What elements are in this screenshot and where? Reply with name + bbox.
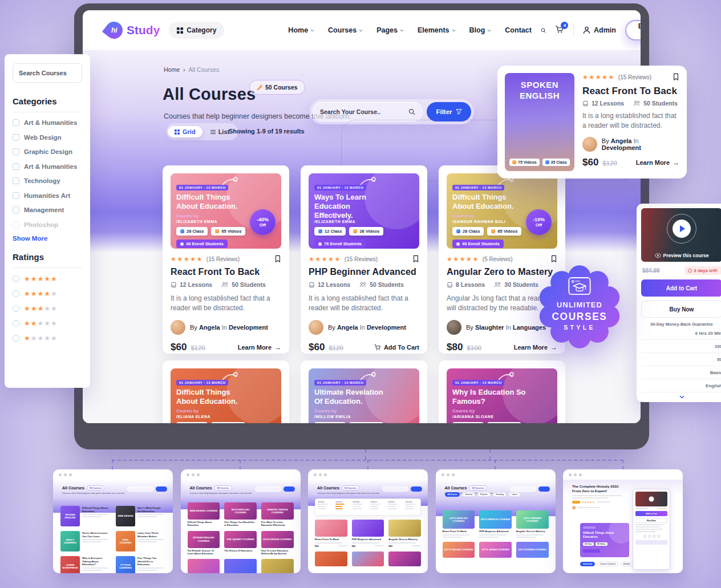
show-more-link[interactable]: Show More <box>13 235 47 242</box>
course-poster[interactable]: 01 JANUARY - 13 MARCH Why Is Education S… <box>447 368 557 423</box>
course-poster[interactable]: 01 JANUARY - 13 MARCH Difficult Things A… <box>171 173 281 249</box>
mini-course-row[interactable]: PYTHON LEARNING Five Things You Should D… <box>116 556 165 573</box>
page-thumbnail-2[interactable]: All Courses 50 Courses Courses that help… <box>181 469 301 573</box>
sidebar-search-input[interactable]: Search Courses <box>13 63 82 83</box>
mini-video[interactable] <box>635 492 667 506</box>
rating-filter-1[interactable]: ★★★★★ <box>13 334 82 342</box>
add-to-cart-link[interactable]: Add To Cart <box>374 344 419 351</box>
category-checkbox[interactable]: Photoshop <box>13 221 82 228</box>
category-checkbox[interactable]: Humanities Art <box>13 192 82 199</box>
mini-course-cell[interactable]: Angular Zero to Mastery $80 <box>388 520 421 548</box>
grid-view-button[interactable]: Grid <box>168 126 202 137</box>
mini-search-input[interactable] <box>127 486 153 492</box>
course-card-1[interactable]: 01 JANUARY - 13 MARCH Difficult Things A… <box>163 165 289 354</box>
learn-more-link[interactable]: Learn More→ <box>636 159 679 167</box>
mini-course-cell[interactable] <box>188 559 220 573</box>
course-poster[interactable]: 01 JANUARY - 13 MARCH Difficult Things A… <box>447 173 557 249</box>
mini-course-row[interactable]: SPOKEN ENGLISH Difficult Things About Ed… <box>60 506 110 526</box>
mini-buy-now[interactable]: Buy Now <box>635 518 667 523</box>
course-card-2[interactable]: 01 JANUARY - 13 MARCH Ways To Learn Educ… <box>301 165 427 354</box>
mini-course-cell[interactable]: React Front To Back $60 <box>315 520 347 548</box>
bookmark-icon[interactable] <box>673 73 679 81</box>
admin-menu[interactable]: Admin <box>583 26 616 34</box>
mini-course-cell[interactable]: LET'S ENGLISH COURSES React Front To Bac… <box>443 510 475 538</box>
course-poster[interactable]: 01 JANUARY - 13 MARCH Difficult Things A… <box>171 368 281 423</box>
mini-course-cell[interactable] <box>261 559 294 573</box>
rating-filter-5[interactable]: ★★★★★ <box>13 275 82 283</box>
mini-filter-pill[interactable]: All Course <box>445 492 460 497</box>
course-video-preview[interactable]: Preview this course <box>641 208 721 262</box>
mini-course-cell[interactable]: SPOKEN ENGLISH COURSES Ten Reliable Sour… <box>188 531 220 555</box>
mini-add-to-cart[interactable]: Add to Cart <box>635 511 667 516</box>
mini-course-row[interactable]: HTML COURSES Learn from These Mistakes B… <box>116 531 165 551</box>
page-thumbnail-3[interactable]: All Courses 50 Courses Courses that help… <box>308 469 428 573</box>
mini-search-input[interactable] <box>382 486 408 492</box>
category-button[interactable]: Category <box>169 22 224 39</box>
mini-course-row[interactable]: LEARN WORDPRESS Why Is Everyone Talking … <box>60 556 110 573</box>
search-icon[interactable] <box>541 26 546 35</box>
mini-course-row[interactable]: WEB DESIGN Here's What People Are Educat… <box>116 506 165 526</box>
category-checkbox[interactable]: Graphic Design <box>13 148 82 155</box>
mini-course-cell[interactable]: IELTS ENGLISH COURSES Five Things You Sh… <box>224 502 257 527</box>
mini-course-cell[interactable]: GRAPHIC DESIGN COURSES Five Ways To Lear… <box>261 502 294 527</box>
mini-filter-button[interactable] <box>411 486 422 492</box>
page-thumbnail-5[interactable]: The Complete Histudy 2022: From Zero to … <box>563 469 683 573</box>
mini-banner[interactable]: Difficult Things About Education. 26 Cla… <box>580 523 629 557</box>
play-button[interactable] <box>673 220 691 238</box>
mini-filter-pill[interactable]: Latest <box>509 492 520 497</box>
course-card-5[interactable]: 01 JANUARY - 13 MARCH Ultimate Revelatio… <box>301 360 427 423</box>
nav-elements[interactable]: Elements <box>418 26 456 34</box>
breadcrumb-home[interactable]: Home <box>164 66 180 73</box>
buy-now-button[interactable]: Buy Now <box>641 301 721 318</box>
mini-filter-button[interactable] <box>156 486 167 492</box>
category-checkbox[interactable]: Management <box>13 206 82 213</box>
mini-course-cell[interactable]: PHP Beginner Advanced $60 <box>352 520 384 548</box>
mini-course-cell[interactable] <box>224 559 257 573</box>
rating-filter-3[interactable]: ★★★★★ <box>13 305 82 313</box>
mini-search-input[interactable] <box>255 486 281 492</box>
bookmark-icon[interactable] <box>412 255 419 263</box>
mini-course-cell[interactable]: VUE JQUERY COURSES The History Of Educat… <box>224 531 257 555</box>
mini-course-cell[interactable]: WEB DESIGN COURSES Difficult Things Abou… <box>188 502 220 527</box>
mini-filter-pill[interactable]: General <box>462 492 475 497</box>
mini-filter-button[interactable] <box>538 486 550 492</box>
category-checkbox[interactable]: Art & Humanities <box>13 163 82 170</box>
mini-filter-button[interactable] <box>283 486 295 492</box>
page-thumbnail-4[interactable]: All Courses 50 Courses Courses that help… <box>436 469 556 573</box>
course-title[interactable]: React Front To Back <box>171 267 281 277</box>
mini-tab[interactable]: Overview <box>580 562 595 566</box>
category-checkbox[interactable]: Art & Humanities <box>13 119 82 126</box>
search-input[interactable]: Search Your Course.. <box>313 102 423 121</box>
nav-blog[interactable]: Blog <box>469 26 492 34</box>
course-title[interactable]: React Front To Back <box>582 86 679 97</box>
nav-home[interactable]: Home <box>288 26 314 34</box>
course-poster[interactable]: 01 JANUARY - 13 MARCH Ultimate Revelatio… <box>309 368 419 423</box>
category-checkbox[interactable]: Web Design <box>13 134 82 141</box>
page-thumbnail-1[interactable]: All Courses 50 Courses Courses that help… <box>53 469 173 573</box>
rating-filter-2[interactable]: ★★★★★ <box>13 319 82 327</box>
enroll-now-button[interactable]: Enroll Now <box>625 20 641 40</box>
cart-button[interactable]: 4 <box>555 25 564 36</box>
nav-courses[interactable]: Courses <box>328 26 363 34</box>
rating-filter-4[interactable]: ★★★★★ <box>13 290 82 298</box>
nav-pages[interactable]: Pages <box>376 26 404 34</box>
filter-button[interactable]: Filter <box>427 102 471 121</box>
course-poster[interactable]: 01 JANUARY - 13 MARCH Ways To Learn Educ… <box>309 173 419 249</box>
mini-secondary-button[interactable] <box>635 540 667 545</box>
mini-search-input[interactable] <box>510 486 536 492</box>
learn-more-link[interactable]: Learn More→ <box>238 343 281 351</box>
expand-button[interactable] <box>641 395 721 399</box>
course-card-6[interactable]: 01 JANUARY - 13 MARCH Why Is Education S… <box>439 360 565 423</box>
mini-tab[interactable]: Details <box>621 562 633 566</box>
course-card-4[interactable]: 01 JANUARY - 13 MARCH Difficult Things A… <box>163 360 289 423</box>
logo[interactable]: hi Study <box>106 22 160 39</box>
mini-course-cell[interactable]: UI/UX DESIGN COURSES How To Learn Educat… <box>261 531 294 555</box>
featured-course-card[interactable]: SPOKENENGLISH 75 Videos 35 Class ★★★★★ (… <box>497 66 687 179</box>
course-title[interactable]: PHP Beginner Advanced <box>309 267 419 277</box>
add-to-cart-button[interactable]: Add to Cart <box>641 279 721 297</box>
bookmark-icon[interactable] <box>274 255 281 263</box>
mini-course-row[interactable]: REACT LEARNING Seven Short Lessons You C… <box>60 531 110 551</box>
mini-course-cell[interactable]: LET'S FRENCH COURSES PHP Beginner Advanc… <box>479 510 512 538</box>
mini-filter-pill[interactable]: Popular <box>477 492 491 497</box>
mini-filter-pill[interactable]: Trending <box>493 492 507 497</box>
